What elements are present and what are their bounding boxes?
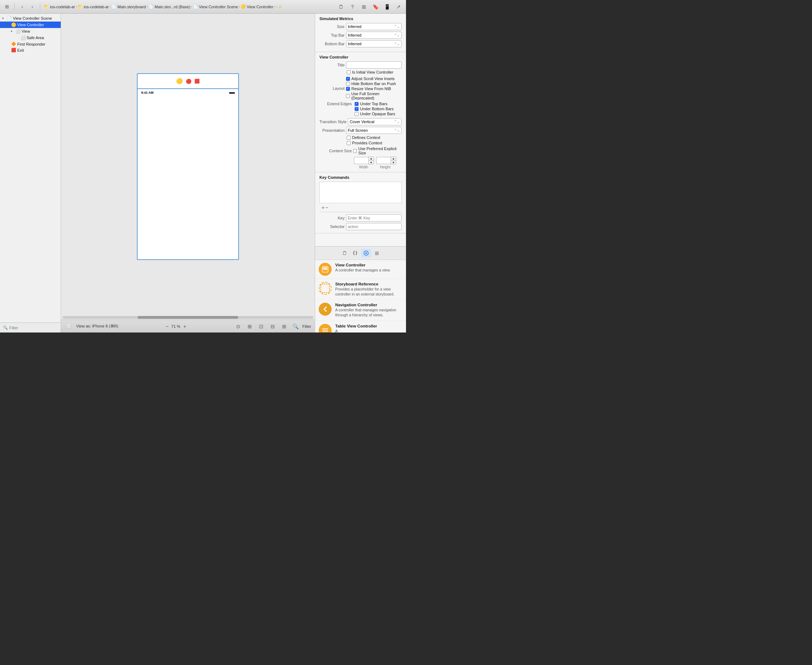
sidebar-toggle-btn[interactable]: ⊞ — [3, 3, 11, 11]
defines-context-cb[interactable] — [347, 136, 351, 140]
bookmark-btn[interactable]: 🔖 — [371, 3, 380, 11]
breadcrumb-item-3[interactable]: 📄 Main.storyboard — [112, 4, 146, 9]
lib-tab-media[interactable]: ⊞ — [372, 249, 382, 257]
is-initial-label: Is Initial View Controller — [352, 70, 394, 74]
view-as-device-btn[interactable]: ⬜ — [65, 323, 74, 330]
under-top-label: Under Top Bars — [360, 102, 387, 106]
provides-context-label: Provides Context — [352, 141, 382, 145]
view-controller-section-title: View Controller — [320, 55, 402, 59]
disclosure-scene — [2, 16, 6, 20]
media-btn[interactable]: ⊞ — [359, 3, 369, 11]
under-opaque-cb[interactable] — [354, 112, 359, 116]
sidebar: 📄 View Controller Scene 🟡 View Controlle… — [0, 14, 61, 332]
canvas-filter-btn[interactable]: 🔍 — [291, 323, 300, 330]
back-btn[interactable]: ‹ — [18, 3, 26, 11]
height-up-btn[interactable]: ▲ — [391, 157, 396, 161]
is-initial-row: Is Initial View Controller — [320, 70, 402, 74]
top-bar-select[interactable]: Inferred ⌃⌄ — [346, 31, 402, 39]
extend-edges-row: Extend Edges Under Top Bars Under Bottom… — [320, 102, 402, 116]
width-down-btn[interactable]: ▼ — [369, 161, 374, 164]
provides-context-cb[interactable] — [347, 141, 351, 145]
breadcrumb-item-1[interactable]: 📁 ios-codelab-ar — [44, 4, 75, 9]
breadcrumb-item-6[interactable]: 🟡 View Controller — [241, 4, 274, 9]
canvas-fit-btn[interactable]: ⊙ — [233, 323, 243, 330]
height-input[interactable]: 667 — [376, 157, 390, 164]
key-input[interactable] — [346, 215, 402, 221]
bottom-bar-select[interactable]: Inferred ⌃⌄ — [346, 40, 402, 48]
canvas-zoom-fit-btn[interactable]: ⊞ — [279, 323, 289, 330]
layout-row: Layout Adjust Scroll View Insets Hide Bo… — [320, 77, 402, 100]
resize-nib-label: Resize View From NIB — [351, 87, 391, 91]
canvas-grid-btn[interactable]: ⊞ — [245, 323, 254, 330]
device-btn[interactable]: 📱 — [382, 3, 392, 11]
resize-nib-cb[interactable] — [346, 87, 350, 91]
presentation-select[interactable]: Full Screen ⌃⌄ — [346, 127, 402, 134]
tablevc-library-icon — [322, 327, 329, 332]
vc-title-label: Title — [320, 63, 344, 67]
tree-item-exit[interactable]: 🟥 Exit — [0, 47, 61, 53]
lib-tab-code[interactable]: {} — [350, 249, 360, 257]
library-item-vc[interactable]: View Controller A controller that manage… — [315, 260, 406, 279]
is-initial-cb[interactable] — [347, 70, 351, 74]
width-input[interactable]: 375 — [354, 157, 368, 164]
warning-icon: ⚠ — [279, 4, 282, 9]
filter-input[interactable] — [9, 326, 59, 330]
key-commands-area — [320, 182, 402, 203]
use-preferred-cb[interactable] — [353, 149, 357, 153]
breadcrumb-item-5[interactable]: 📄 View Controller Scene — [193, 4, 238, 9]
height-down-btn[interactable]: ▼ — [391, 161, 396, 164]
tree-item-view[interactable]: ⬜ View — [0, 28, 61, 34]
key-commands-title: Key Commands — [320, 175, 402, 180]
canvas-snap-btn[interactable]: ⊡ — [256, 323, 266, 330]
view-icon: ⬜ — [15, 29, 20, 34]
tree-item-scene[interactable]: 📄 View Controller Scene — [0, 15, 61, 21]
transition-style-value: Cover Vertical — [349, 120, 374, 124]
tree-item-safearea[interactable]: ⬜ Safe Area — [0, 34, 61, 41]
content-size-label: Content Size — [320, 149, 352, 153]
transition-style-select[interactable]: Cover Vertical ⌃⌄ — [348, 118, 402, 125]
tree-item-firstresponder[interactable]: 🔶 First Responder — [0, 41, 61, 47]
bottom-bar-label: Bottom Bar — [320, 42, 344, 46]
size-select[interactable]: Inferred ⌃⌄ — [346, 23, 402, 30]
remove-key-command-btn[interactable]: − — [325, 205, 328, 210]
help-btn[interactable]: ? — [348, 3, 357, 11]
width-up-btn[interactable]: ▲ — [369, 157, 374, 161]
device-outer: 🟡 🔴 🟥 9:41 AM ■■■■ — [137, 73, 239, 260]
lib-tab-object[interactable] — [361, 249, 371, 257]
file-inspector-btn[interactable]: 🗒 — [336, 3, 346, 11]
breadcrumb-sep-4: › — [191, 5, 192, 8]
canvas-bottom-center: − 71 % + — [166, 324, 186, 329]
breadcrumb-item-2[interactable]: 📁 ios-codelab-ar — [78, 4, 109, 9]
library-item-storyboard[interactable]: Storyboard Reference Provides a placehol… — [315, 279, 406, 300]
tree-item-vc[interactable]: 🟡 View Controller — [0, 21, 61, 28]
lib-tab-file[interactable]: 🗒 — [340, 249, 349, 257]
zoom-out-btn[interactable]: − — [166, 324, 169, 329]
scene-icon: 📄 — [7, 16, 12, 21]
canvas-lock-btn[interactable]: ⊟ — [268, 323, 277, 330]
vc-title-input[interactable] — [346, 61, 402, 69]
device-header-icon-1: 🟡 — [176, 78, 183, 84]
hide-bottom-cb[interactable] — [346, 82, 350, 86]
defines-context-row: Defines Context — [320, 135, 402, 140]
library-item-tablevc[interactable]: Table View Controller A — [315, 321, 406, 332]
canvas-bottom-right: ⊙ ⊞ ⊡ ⊟ ⊞ 🔍 Filter — [233, 323, 311, 330]
zoom-in-btn[interactable]: + — [183, 324, 186, 329]
adjust-scroll-cb[interactable] — [346, 77, 350, 81]
breadcrumb-item-4[interactable]: 📄 Main.stor...rd (Base) — [148, 4, 190, 9]
selector-input[interactable] — [346, 223, 402, 230]
library-item-nav[interactable]: Navigation Controller A controller that … — [315, 300, 406, 321]
use-full-screen-label: Use Full Screen (Deprecated) — [351, 92, 402, 100]
canvas-scrollbar[interactable] — [61, 315, 315, 319]
height-stepper: 667 ▲ ▼ — [376, 157, 396, 164]
filter-icon: 🔍 — [3, 325, 8, 330]
add-key-command-btn[interactable]: + — [322, 205, 325, 210]
under-top-cb[interactable] — [354, 102, 359, 106]
sidebar-tree: 📄 View Controller Scene 🟡 View Controlle… — [0, 14, 61, 323]
size-select-value: Inferred — [348, 25, 361, 29]
under-bottom-cb[interactable] — [354, 107, 359, 111]
use-full-screen-cb[interactable] — [346, 94, 350, 98]
exit-icon: 🟥 — [11, 48, 16, 52]
forward-btn[interactable]: › — [28, 3, 36, 11]
share-btn[interactable]: ↗ — [394, 3, 403, 11]
canvas-content[interactable]: 🟡 🔴 🟥 9:41 AM ■■■■ — [61, 14, 315, 319]
